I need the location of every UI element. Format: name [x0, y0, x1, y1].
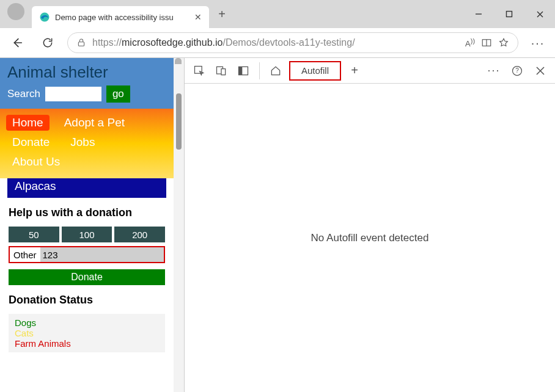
- donation-amount-200[interactable]: 200: [114, 227, 165, 242]
- donation-other-label: Other: [10, 249, 40, 261]
- address-bar[interactable]: https://microsoftedge.github.io/Demos/de…: [67, 32, 518, 53]
- inspect-element-icon[interactable]: [191, 62, 208, 79]
- devtools-body-message: No Autofill event detected: [185, 84, 555, 392]
- browser-tab[interactable]: Demo page with accessibility issu ✕: [32, 6, 209, 28]
- devtools-tabbar: Autofill + ··· ?: [185, 58, 555, 84]
- svg-text:?: ?: [515, 67, 519, 74]
- scrollbar-thumb[interactable]: [176, 93, 182, 150]
- window-close-button[interactable]: [524, 0, 555, 28]
- page-viewport: Animal shelter Search go Home Adopt a Pe…: [0, 58, 174, 392]
- status-item-farm[interactable]: Farm Animals: [15, 338, 159, 349]
- donation-other-input[interactable]: [40, 247, 164, 262]
- search-go-button[interactable]: go: [106, 85, 130, 103]
- refresh-button[interactable]: [37, 32, 59, 54]
- tab-close-icon[interactable]: ✕: [194, 12, 202, 22]
- status-item-cats[interactable]: Cats: [15, 328, 159, 338]
- lock-icon: [76, 38, 86, 48]
- primary-nav: Home Adopt a Pet Donate Jobs About Us: [0, 109, 174, 178]
- donate-button[interactable]: Donate: [9, 269, 165, 285]
- site-header: Animal shelter Search go: [0, 58, 174, 109]
- devtools-help-icon[interactable]: ?: [509, 62, 526, 79]
- donation-amount-50[interactable]: 50: [9, 227, 59, 242]
- status-panel: Donation Status Dogs Cats Farm Animals: [7, 285, 166, 352]
- back-button[interactable]: [6, 32, 28, 54]
- search-input[interactable]: [45, 87, 101, 101]
- donation-heading: Help us with a donation: [9, 206, 165, 219]
- status-item-dogs[interactable]: Dogs: [15, 318, 159, 328]
- window-maximize-button[interactable]: [494, 0, 524, 28]
- svg-rect-2: [507, 12, 512, 17]
- status-heading: Donation Status: [9, 294, 165, 307]
- donation-other-row: Other: [9, 246, 165, 263]
- nav-adopt[interactable]: Adopt a Pet: [58, 115, 131, 131]
- tab-title: Demo page with accessibility issu: [55, 13, 189, 22]
- page-title: Animal shelter: [7, 63, 166, 82]
- nav-jobs[interactable]: Jobs: [64, 134, 101, 150]
- welcome-home-icon[interactable]: [267, 62, 284, 79]
- donation-panel: Help us with a donation 50 100 200 Other…: [7, 198, 166, 285]
- window-titlebar: Demo page with accessibility issu ✕ +: [0, 0, 555, 28]
- devtools-close-icon[interactable]: [532, 62, 549, 79]
- nav-about[interactable]: About Us: [6, 154, 66, 170]
- svg-rect-6: [78, 42, 84, 46]
- read-aloud-icon[interactable]: A)): [465, 37, 475, 48]
- profile-avatar-icon[interactable]: [7, 3, 24, 20]
- device-emulation-icon[interactable]: [213, 62, 230, 79]
- devtools-more-icon[interactable]: ···: [485, 62, 502, 79]
- settings-more-button[interactable]: ···: [527, 32, 549, 54]
- sidebar-section-cut: Alpacas: [7, 178, 166, 198]
- nav-donate[interactable]: Donate: [6, 134, 56, 150]
- donation-amount-100[interactable]: 100: [62, 227, 112, 242]
- svg-rect-9: [195, 66, 202, 73]
- devtools-tab-autofill[interactable]: Autofill: [289, 61, 341, 81]
- browser-toolbar: https://microsoftedge.github.io/Demos/de…: [0, 28, 555, 57]
- dock-side-icon[interactable]: [235, 62, 252, 79]
- devtools-panel: Autofill + ··· ? No Autofill event detec…: [185, 58, 555, 392]
- reader-mode-icon[interactable]: [481, 37, 492, 48]
- edge-favicon-icon: [39, 12, 50, 23]
- new-tab-button[interactable]: +: [213, 5, 231, 23]
- devtools-more-tabs-button[interactable]: +: [346, 62, 363, 79]
- svg-rect-11: [221, 68, 226, 74]
- svg-rect-13: [239, 67, 243, 74]
- nav-home[interactable]: Home: [6, 115, 50, 131]
- window-minimize-button[interactable]: [463, 0, 494, 28]
- page-scrollbar[interactable]: [174, 58, 185, 392]
- favorites-star-icon[interactable]: [498, 37, 509, 48]
- search-label: Search: [7, 88, 40, 100]
- url-text: https://microsoftedge.github.io/Demos/de…: [92, 37, 459, 48]
